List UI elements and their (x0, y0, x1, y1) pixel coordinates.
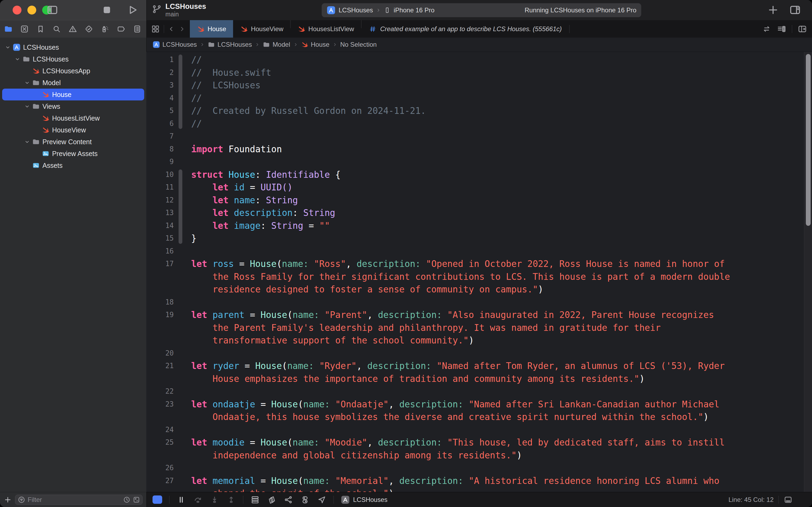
disclosure-spacer (32, 150, 41, 157)
go-forward-icon[interactable] (179, 25, 185, 33)
breakpoint-navigator-icon[interactable] (117, 24, 126, 34)
go-back-icon[interactable] (168, 25, 175, 33)
scrollbar-thumb[interactable] (806, 54, 811, 226)
swift-file-icon (41, 114, 50, 122)
disclosure-chevron-icon[interactable] (22, 79, 32, 86)
find-navigator-icon[interactable] (52, 24, 61, 34)
tree-item-views[interactable]: Views (2, 101, 144, 112)
bookmark-navigator-icon[interactable] (36, 24, 45, 34)
disclosure-chevron-icon[interactable] (22, 103, 32, 110)
line-number (147, 449, 176, 462)
tree-item-house[interactable]: House (2, 89, 144, 101)
code-line: House emphasizes the importance of tradi… (147, 373, 812, 385)
code-line: 1// (147, 53, 812, 66)
scheme-name[interactable]: LCSHouses (339, 6, 373, 14)
line-number: 14 (147, 219, 176, 232)
swap-editor-icon[interactable] (762, 24, 771, 34)
swift-icon (240, 25, 248, 33)
environment-overrides-icon[interactable] (300, 495, 310, 505)
tree-item-lcshouses[interactable]: LCSHouses (2, 53, 144, 65)
code-line: 11 let id = UUID() (147, 181, 812, 194)
tree-item-model[interactable]: Model (2, 77, 144, 89)
tree-item-houseview[interactable]: HouseView (2, 124, 144, 136)
tree-item-preview-assets[interactable]: Preview Assets (2, 148, 144, 160)
tree-item-lcshousesapp[interactable]: LCSHousesApp (2, 65, 144, 77)
commit-message: Created example of an app to describe LC… (380, 25, 562, 33)
breadcrumb-item[interactable]: House (301, 41, 330, 48)
tab-houseview[interactable]: HouseView (233, 20, 290, 38)
disclosure-chevron-icon[interactable] (3, 44, 12, 51)
report-navigator-icon[interactable] (133, 24, 142, 34)
code-line: 14 let image: String = "" (147, 219, 812, 232)
code-line: 26 (147, 462, 812, 474)
code-line: 3// LCSHouses (147, 79, 812, 92)
project-title-block: LCSHouses main (152, 2, 206, 18)
pause-icon[interactable] (176, 495, 186, 505)
simulate-location-icon[interactable] (317, 495, 327, 505)
toggle-navigator-icon[interactable] (46, 4, 59, 16)
running-app-label: LCSHouses (353, 496, 388, 504)
stop-button[interactable] (101, 4, 113, 16)
running-app-badge[interactable]: LCSHouses (341, 495, 388, 504)
breadcrumb-label: LCSHouses (218, 41, 252, 48)
minimize-button[interactable] (27, 6, 36, 14)
debug-area-icon[interactable] (250, 495, 260, 505)
step-over-icon[interactable] (193, 495, 203, 505)
tree-item-label: Preview Assets (52, 150, 98, 158)
fold-ribbon[interactable] (179, 55, 182, 129)
line-number (147, 410, 176, 424)
tree-item-lcshouses[interactable]: LCSHouses (2, 41, 144, 53)
code-line: 21let ryder = House(name: "Ryder", descr… (147, 359, 812, 373)
tab-houseslistview[interactable]: HousesListView (291, 20, 361, 38)
code-line: 6// (147, 117, 812, 130)
debug-navigator-icon[interactable] (101, 24, 110, 34)
tree-item-houseslistview[interactable]: HousesListView (2, 112, 144, 124)
source-control-navigator-icon[interactable] (20, 24, 29, 34)
project-navigator-icon[interactable] (4, 24, 13, 34)
line-number: 16 (147, 245, 176, 258)
breadcrumb-item[interactable]: No Selection (340, 41, 377, 48)
tree-item-label: LCSHouses (23, 44, 59, 51)
debug-bar-indicator-icon[interactable] (153, 496, 162, 504)
commit-banner[interactable]: Created example of an app to describe LC… (361, 20, 569, 38)
xcode-window: LCSHouses main LCSHouses iPhone 16 Pro R… (0, 0, 812, 507)
tree-item-preview-content[interactable]: Preview Content (2, 136, 144, 148)
source-control-status-icon[interactable] (133, 496, 140, 504)
activity-view[interactable]: LCSHouses iPhone 16 Pro Running LCSHouse… (322, 3, 641, 17)
code-line: the Ross Family for their significant co… (147, 270, 812, 283)
step-out-icon[interactable] (226, 495, 236, 505)
tree-item-assets[interactable]: Assets (2, 160, 144, 171)
breadcrumb-item[interactable]: LCSHouses (153, 41, 197, 48)
add-tab-button[interactable] (767, 4, 779, 16)
close-button[interactable] (13, 6, 21, 14)
tab-house[interactable]: House (190, 20, 233, 38)
disclosure-chevron-icon[interactable] (22, 138, 32, 145)
run-button[interactable] (126, 4, 138, 16)
swift-icon (297, 25, 305, 33)
add-file-button[interactable] (4, 496, 12, 504)
tree-item-label: House (52, 91, 71, 99)
editor-options-icon[interactable] (777, 24, 787, 34)
toggle-inspector-icon[interactable] (789, 4, 801, 16)
line-number: 7 (147, 130, 176, 143)
breadcrumb-item[interactable]: Model (263, 41, 290, 48)
code-line: 15} (147, 232, 812, 245)
memory-graph-icon[interactable] (284, 495, 293, 505)
issue-navigator-icon[interactable] (68, 24, 77, 34)
breadcrumb-item[interactable]: LCSHouses (208, 41, 252, 48)
line-number: 24 (147, 424, 176, 436)
step-into-icon[interactable] (210, 495, 219, 505)
add-editor-icon[interactable] (798, 24, 807, 34)
test-navigator-icon[interactable] (84, 24, 94, 34)
recents-clock-icon[interactable] (123, 496, 130, 504)
titlebar-right: LCSHouses main LCSHouses iPhone 16 Pro R… (147, 0, 812, 20)
filter-field[interactable]: Filter (15, 495, 142, 505)
toggle-debug-area-icon[interactable] (784, 495, 793, 504)
run-destination[interactable]: iPhone 16 Pro (394, 6, 434, 14)
disclosure-chevron-icon[interactable] (13, 56, 22, 62)
fold-ribbon[interactable] (179, 169, 182, 244)
related-items-icon[interactable] (151, 24, 160, 34)
view-hierarchy-icon[interactable] (267, 495, 277, 505)
source-editor[interactable]: 1//2// House.swift3// LCSHouses4//5// Cr… (147, 52, 812, 492)
scrollbar-track[interactable] (804, 52, 812, 492)
